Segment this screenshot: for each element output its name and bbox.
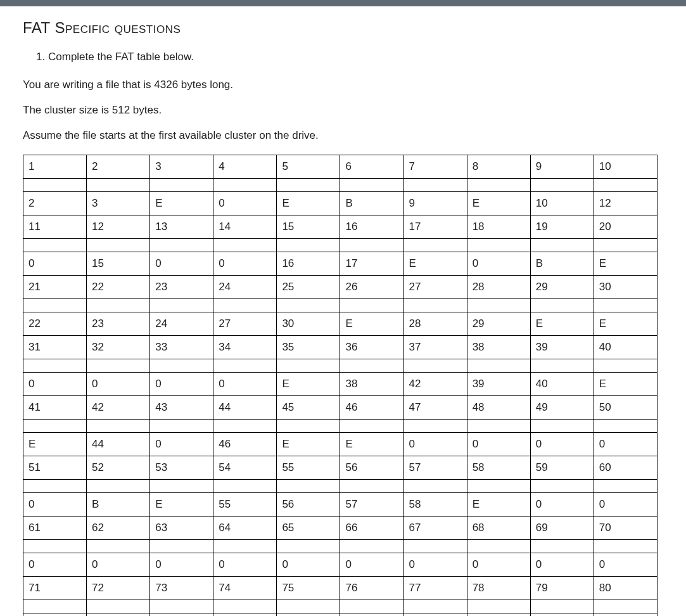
fat-row: 0000E38423940E (23, 373, 657, 396)
fat-spacer-cell (277, 480, 340, 493)
fat-spacer-cell (530, 179, 594, 192)
fat-cell: 27 (403, 276, 467, 299)
fat-cell: 22 (23, 312, 87, 336)
fat-cell: 52 (87, 456, 150, 480)
document-page: { "heading": "FAT Specific questions", "… (0, 6, 686, 616)
fat-cell: 0 (467, 433, 530, 456)
fat-cell: E (467, 613, 530, 617)
fat-cell: 51 (23, 456, 87, 480)
fat-spacer-cell (150, 480, 213, 493)
fat-cell: 27 (213, 312, 277, 336)
fat-cell: 7 (403, 155, 467, 179)
fat-spacer-cell (23, 600, 87, 613)
fat-spacer-cell (277, 420, 340, 433)
fat-cell: 72 (87, 577, 150, 600)
fat-spacer-cell (213, 299, 277, 312)
fat-cell: 60 (594, 456, 657, 480)
fat-cell: 22 (87, 276, 150, 299)
fat-cell: 49 (530, 396, 594, 420)
question-list: Complete the FAT table below. (48, 51, 663, 63)
fat-spacer-cell (213, 359, 277, 373)
fat-cell: 57 (340, 493, 403, 517)
fat-spacer-cell (277, 239, 340, 252)
fat-spacer-cell (530, 420, 594, 433)
question-text: Complete the FAT table below. (48, 51, 194, 63)
fat-cell: 2 (87, 155, 150, 179)
fat-cell: 0 (87, 373, 150, 396)
fat-cell: 65 (277, 517, 340, 540)
fat-cell: 9 (403, 192, 467, 215)
fat-spacer-cell (467, 179, 530, 192)
paragraph-cluster-size: The cluster size is 512 bytes. (23, 104, 663, 117)
fat-spacer-cell (150, 299, 213, 312)
fat-spacer-cell (340, 480, 403, 493)
fat-spacer-cell (277, 359, 340, 373)
fat-cell: 43 (150, 396, 213, 420)
fat-cell: 24 (150, 312, 213, 336)
fat-cell: 0 (150, 553, 213, 577)
fat-row: 31323334353637383940 (23, 336, 657, 359)
fat-cell: 0 (403, 553, 467, 577)
fat-spacer-cell (594, 179, 657, 192)
fat-cell: 23 (87, 312, 150, 336)
fat-spacer-cell (403, 299, 467, 312)
fat-cell: 40 (530, 373, 594, 396)
fat-cell: E (594, 373, 657, 396)
fat-cell: 41 (23, 396, 87, 420)
fat-cell: 69 (530, 517, 594, 540)
fat-spacer-cell (150, 540, 213, 553)
fat-cell: 75 (277, 577, 340, 600)
fat-cell: B (530, 252, 594, 276)
fat-spacer-cell (594, 239, 657, 252)
fat-cell: 0 (23, 493, 87, 517)
fat-spacer-cell (150, 359, 213, 373)
fat-cell: 47 (403, 396, 467, 420)
fat-cell: 71 (23, 577, 87, 600)
fat-table: 1234567891023E0EB9E101211121314151617181… (23, 155, 657, 616)
fat-cell: 6 (340, 155, 403, 179)
fat-cell: 33 (150, 336, 213, 359)
fat-cell: 0 (150, 373, 213, 396)
fat-spacer-cell (87, 540, 150, 553)
fat-row: 61626364656667686970 (23, 517, 657, 540)
paragraph-file-size: You are writing a file that is 4326 byte… (23, 79, 663, 91)
fat-spacer-cell (340, 359, 403, 373)
fat-cell: 80 (594, 577, 657, 600)
fat-cell: 73 (150, 577, 213, 600)
fat-cell: 25 (277, 276, 340, 299)
window-top-bar (0, 0, 686, 6)
fat-spacer-cell (150, 179, 213, 192)
fat-spacer-cell (23, 480, 87, 493)
fat-cell: 56 (340, 456, 403, 480)
fat-spacer-cell (403, 239, 467, 252)
fat-cell: 0 (530, 433, 594, 456)
fat-row: 12345678910 (23, 155, 657, 179)
fat-spacer-cell (403, 480, 467, 493)
fat-cell: 44 (213, 396, 277, 420)
fat-cell: 78 (467, 577, 530, 600)
fat-spacer-cell (87, 239, 150, 252)
fat-row: 0000B7779E80E (23, 613, 657, 617)
fat-cell: 44 (87, 433, 150, 456)
fat-spacer-cell (23, 179, 87, 192)
fat-cell: 0 (213, 373, 277, 396)
fat-cell: 29 (467, 312, 530, 336)
fat-cell: 0 (150, 433, 213, 456)
fat-row: 51525354555657585960 (23, 456, 657, 480)
fat-row: 0000000000 (23, 553, 657, 577)
fat-spacer-cell (23, 299, 87, 312)
fat-cell: 0 (403, 433, 467, 456)
fat-cell: 63 (150, 517, 213, 540)
fat-spacer-cell (340, 299, 403, 312)
fat-cell: 29 (530, 276, 594, 299)
fat-row: 015001617E0BE (23, 252, 657, 276)
fat-row: 23E0EB9E1012 (23, 192, 657, 215)
fat-cell: 42 (403, 373, 467, 396)
fat-cell: 15 (277, 215, 340, 239)
fat-spacer-cell (403, 359, 467, 373)
fat-cell: 0 (23, 252, 87, 276)
fat-cell: 58 (467, 456, 530, 480)
fat-spacer-cell (403, 600, 467, 613)
fat-cell: 46 (213, 433, 277, 456)
fat-spacer-cell (594, 299, 657, 312)
